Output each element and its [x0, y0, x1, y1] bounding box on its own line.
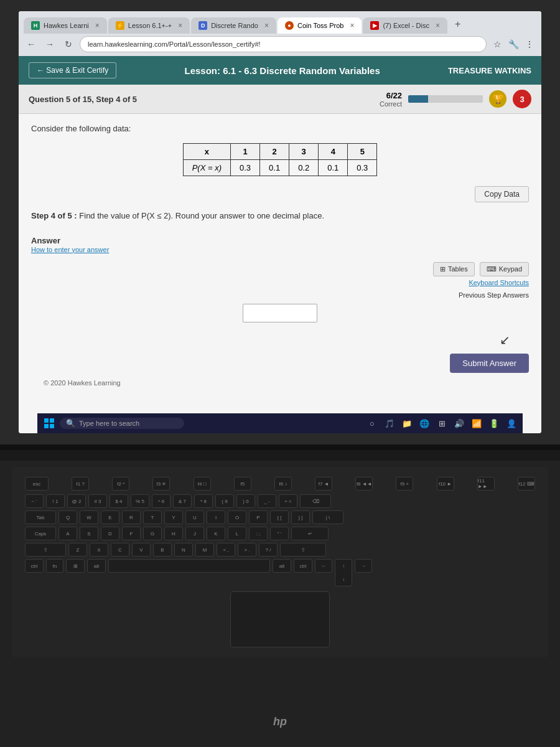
key-f4[interactable]: f4 □ [194, 477, 211, 491]
key-f12[interactable]: f12 ⌨ [518, 477, 535, 491]
key-5[interactable]: % 5 [131, 494, 149, 508]
extensions-icon[interactable]: 🔧 [506, 37, 520, 51]
key-r[interactable]: R [122, 510, 141, 524]
key-backslash[interactable]: | \ [312, 510, 343, 524]
key-f1[interactable]: f1 ? [72, 477, 89, 491]
key-comma[interactable]: < , [217, 543, 235, 557]
key-x[interactable]: X [90, 543, 108, 557]
tab-close-cointoss[interactable]: × [350, 21, 354, 30]
key-4[interactable]: $ 4 [110, 494, 128, 508]
key-6[interactable]: ^ 6 [152, 494, 170, 508]
key-8[interactable]: * 8 [194, 494, 213, 508]
key-0[interactable]: ) 0 [236, 494, 255, 508]
key-w[interactable]: W [80, 510, 98, 524]
key-period[interactable]: > . [238, 543, 256, 557]
key-c[interactable]: C [111, 543, 129, 557]
new-tab-button[interactable]: + [449, 15, 467, 34]
tab-lesson[interactable]: ⚡ Lesson 6.1+-+ × [108, 17, 190, 34]
bookmark-icon[interactable]: ☆ [490, 37, 504, 51]
tab-excel[interactable]: ▶ (7) Excel - Disc × [363, 17, 447, 34]
key-backtick[interactable]: ~ ` [25, 494, 44, 508]
key-f5[interactable]: f5 [234, 477, 251, 491]
taskbar-battery-icon[interactable]: 🔋 [488, 417, 500, 430]
key-bracket-right[interactable]: } ] [291, 510, 310, 524]
tab-close-hawkes[interactable]: × [95, 21, 100, 30]
key-capslock[interactable]: Caps [25, 527, 56, 540]
key-7[interactable]: & 7 [173, 494, 192, 508]
tab-hawkes[interactable]: H Hawkes Learni × [24, 17, 107, 34]
key-f9[interactable]: f9 + [396, 477, 413, 491]
key-semicolon[interactable]: : ; [249, 527, 268, 540]
taskbar-icon-5[interactable]: ⊞ [436, 417, 448, 430]
key-b[interactable]: B [153, 543, 172, 557]
key-arrow-down[interactable]: ↓ [342, 573, 345, 586]
key-f3[interactable]: f3 ✳ [152, 477, 170, 491]
key-equals[interactable]: + = [279, 494, 297, 508]
key-e[interactable]: E [101, 510, 119, 524]
tables-button[interactable]: ⊞ Tables [433, 262, 475, 276]
key-u[interactable]: U [185, 510, 204, 524]
tab-close-lesson[interactable]: × [178, 21, 182, 30]
key-quote[interactable]: " ' [270, 527, 289, 540]
keypad-button[interactable]: ⌨ Keypad [480, 262, 529, 276]
key-backspace[interactable]: ⌫ [300, 494, 331, 508]
forward-button[interactable]: → [42, 37, 57, 52]
tab-close-excel[interactable]: × [436, 21, 440, 30]
taskbar-sound-icon[interactable]: 🔊 [453, 417, 465, 430]
key-2[interactable]: @ 2 [67, 494, 86, 508]
key-alt-left[interactable]: alt [87, 559, 106, 573]
key-windows[interactable]: ⊞ [66, 559, 85, 573]
key-3[interactable]: # 3 [88, 494, 107, 508]
key-z[interactable]: Z [68, 543, 87, 557]
key-slash[interactable]: ? / [259, 543, 278, 557]
key-f2[interactable]: f2 * [112, 477, 129, 491]
key-arrow-left[interactable]: ← [315, 559, 332, 573]
taskbar-icon-3[interactable]: 📁 [401, 417, 413, 430]
key-g[interactable]: G [143, 527, 162, 540]
back-button[interactable]: ← [24, 37, 39, 52]
key-f10[interactable]: f10 ► [437, 477, 454, 491]
key-s[interactable]: S [80, 527, 98, 540]
reload-button[interactable]: ↻ [61, 37, 76, 52]
key-f7[interactable]: f7 ◄ [315, 477, 332, 491]
key-j[interactable]: J [185, 527, 204, 540]
key-d[interactable]: D [101, 527, 119, 540]
key-shift-left[interactable]: ⇧ [25, 543, 66, 557]
key-v[interactable]: V [132, 543, 151, 557]
answer-input[interactable] [243, 304, 317, 322]
key-arrow-right[interactable]: → [355, 559, 372, 573]
key-alt-right[interactable]: alt [273, 559, 291, 573]
key-bracket-left[interactable]: { [ [270, 510, 289, 524]
taskbar-person-icon[interactable]: 👤 [505, 417, 518, 430]
address-input[interactable] [80, 36, 487, 52]
taskbar-icon-2[interactable]: 🎵 [383, 417, 396, 430]
keyboard-shortcuts-link[interactable]: Keyboard Shortcuts [31, 279, 529, 286]
key-p[interactable]: P [249, 510, 268, 524]
key-h[interactable]: H [164, 527, 183, 540]
save-exit-button[interactable]: ← Save & Exit Certify [29, 62, 116, 78]
key-o[interactable]: O [228, 510, 246, 524]
key-tab[interactable]: Tab [25, 510, 56, 524]
taskbar-search[interactable]: 🔍 Type here to search [60, 418, 184, 429]
key-fn[interactable]: fn [46, 559, 63, 573]
key-f11[interactable]: f11 ►► [477, 477, 495, 491]
windows-start-button[interactable] [42, 416, 56, 430]
key-9[interactable]: ( 9 [215, 494, 234, 508]
copy-data-button[interactable]: Copy Data [475, 186, 529, 202]
key-m[interactable]: M [195, 543, 214, 557]
key-l[interactable]: L [228, 527, 246, 540]
tab-close-discrete[interactable]: × [264, 21, 269, 30]
key-arrow-up[interactable]: ↑ [342, 560, 345, 573]
key-i[interactable]: I [207, 510, 225, 524]
tab-discrete[interactable]: D Discrete Rando × [191, 17, 276, 34]
key-t[interactable]: T [143, 510, 162, 524]
trackpad[interactable] [230, 591, 330, 647]
how-to-link[interactable]: How to enter your answer [31, 246, 529, 253]
key-n[interactable]: N [174, 543, 193, 557]
key-a[interactable]: A [58, 527, 77, 540]
submit-button[interactable]: Submit Answer [450, 354, 529, 373]
key-y[interactable]: Y [164, 510, 183, 524]
key-space[interactable] [108, 559, 270, 573]
menu-icon[interactable]: ⋮ [523, 37, 536, 51]
key-k[interactable]: K [207, 527, 225, 540]
